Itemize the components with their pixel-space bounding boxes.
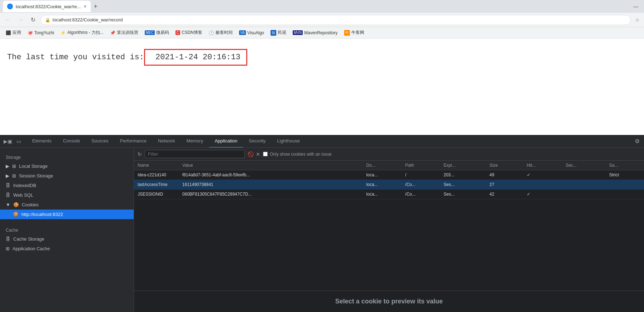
filter-bar: ↻ 🚫 ✕ Only show cookies with an issue — [134, 148, 644, 161]
sidebar-item-localhost[interactable]: 🍪 http://localhost:8322 — [0, 210, 134, 219]
bookmark-niuke[interactable]: 牛 牛客网 — [341, 29, 367, 36]
issue-filter-checkbox-label[interactable]: Only show cookies with an issue — [263, 152, 332, 157]
sidebar-item-cookies[interactable]: ▼ 🍪 Cookies — [0, 200, 134, 210]
bookmark-algorithms[interactable]: ⚡ Algorithms - 力扣... — [58, 29, 106, 36]
main-panel: ↻ 🚫 ✕ Only show cookies with an issue Na… — [134, 148, 644, 312]
sidebar-item-app-cache[interactable]: ⊞ Application Cache — [0, 244, 134, 253]
cell-name: Idea-c221d140 — [134, 170, 179, 180]
sidebar-item-indexeddb[interactable]: 🗄 IndexedDB — [0, 181, 134, 190]
issue-filter-checkbox[interactable] — [263, 152, 268, 156]
active-tab[interactable]: 🌐 localhost:8322/Cookie_war/re... × — [3, 1, 91, 12]
bookmark-geek[interactable]: 🕐 极客时间 — [206, 29, 236, 36]
tab-security[interactable]: Security — [243, 135, 271, 148]
col-header-http: Htt... — [523, 161, 562, 170]
refresh-cookies-button[interactable]: ↻ — [138, 151, 142, 157]
cell-expires: Ses... — [440, 180, 486, 190]
storage-section-title: Storage — [0, 152, 134, 161]
bookmark-apps[interactable]: ⬛ 应用 — [3, 29, 24, 36]
visit-time: 2021-1-24 20:16:13 — [144, 49, 247, 66]
cell-size: 27 — [486, 180, 523, 190]
sidebar-label: IndexedDB — [13, 183, 36, 188]
devtools-body: Storage ▶ ⊞ Local Storage ▶ ⊞ Session St… — [0, 148, 644, 312]
tab-network[interactable]: Network — [152, 135, 181, 148]
bookmark-label: VisuAlgo — [247, 30, 264, 35]
block-icon[interactable]: 🚫 — [248, 151, 254, 157]
cell-domain: loca... — [363, 170, 402, 180]
tab-close-button[interactable]: × — [84, 4, 86, 9]
refresh-button[interactable]: ↻ — [29, 15, 38, 25]
bookmark-tongyuzhi[interactable]: 🐙 TongYuzhi — [25, 30, 57, 36]
tab-lighthouse[interactable]: Lighthouse — [271, 135, 306, 148]
col-header-value: Value — [179, 161, 363, 170]
cell-expires: Ses... — [440, 190, 486, 199]
tab-elements[interactable]: Elements — [26, 135, 57, 148]
tab-bar: 🌐 localhost:8322/Cookie_war/re... × + — — [0, 0, 644, 13]
devtools-panel: ▶▣ ▭ Elements Console Sources Performanc… — [0, 135, 644, 312]
cell-http: ✓ — [523, 190, 562, 199]
forward-button[interactable]: → — [16, 15, 26, 25]
expand-arrow-icon: ▼ — [6, 202, 10, 207]
new-tab-button[interactable]: + — [92, 1, 99, 12]
bookmark-label: CSDN博客 — [182, 30, 202, 36]
cell-http: ✓ — [523, 170, 562, 180]
nav-bar: ← → ↻ 🔒 localhost:8322/Cookie_war/record… — [0, 13, 644, 27]
indexeddb-icon: 🗄 — [6, 183, 10, 188]
device-icon[interactable]: ▭ — [14, 136, 24, 146]
visit-message: The last time you visited is: 2021-1-24 … — [7, 53, 247, 62]
tab-application[interactable]: Application — [209, 135, 243, 148]
cell-value: 1611490738841 — [179, 180, 363, 190]
table-row[interactable]: JSESSIONID060BF81305C647F85C28947C7D...l… — [134, 190, 644, 199]
table-row[interactable]: lastAccessTime1611490738841loca.../Co...… — [134, 180, 644, 190]
sidebar-item-session-storage[interactable]: ▶ ⊞ Session Storage — [0, 171, 134, 181]
sidebar-item-web-sql[interactable]: 🗄 Web SQL — [0, 190, 134, 200]
cookie-table-wrap: Name Value Do... Path Expi... Size Htt..… — [134, 161, 644, 291]
tab-console[interactable]: Console — [57, 135, 86, 148]
tab-memory[interactable]: Memory — [181, 135, 209, 148]
niuke-icon: 牛 — [344, 30, 350, 36]
cell-size: 49 — [486, 170, 523, 180]
sidebar-item-cache-storage[interactable]: 🗄 Cache Storage — [0, 234, 134, 244]
col-header-name: Name — [134, 161, 179, 170]
bookmark-label: TongYuzhi — [34, 30, 54, 35]
github-icon: 🐙 — [28, 30, 33, 35]
bookmark-label: 牛客网 — [351, 30, 364, 36]
sidebar: Storage ▶ ⊞ Local Storage ▶ ⊞ Session St… — [0, 148, 134, 312]
cell-expires: 203... — [440, 170, 486, 180]
address-bar[interactable]: 🔒 localhost:8322/Cookie_war/record — [40, 15, 631, 25]
visualgo-icon: VA — [239, 30, 246, 35]
col-header-secure: Sec... — [562, 161, 606, 170]
cell-size: 42 — [486, 190, 523, 199]
expand-icon: ▶ — [6, 173, 9, 178]
devtools-tab-bar: ▶▣ ▭ Elements Console Sources Performanc… — [0, 135, 644, 148]
filter-input[interactable] — [145, 150, 245, 158]
bookmark-mec[interactable]: MEC 微易码 — [142, 29, 172, 36]
page-content: The last time you visited is: 2021-1-24 … — [0, 39, 644, 135]
issue-filter-label: Only show cookies with an issue — [270, 152, 332, 157]
bookmark-star-icon[interactable]: ☆ — [634, 16, 641, 24]
tab-performance[interactable]: Performance — [114, 135, 152, 148]
inspector-icon[interactable]: ▶▣ — [3, 136, 13, 146]
col-header-expires: Expi... — [440, 161, 486, 170]
settings-icon[interactable]: ⚙ — [630, 138, 644, 145]
expand-icon: ▶ — [6, 163, 9, 169]
cache-section-title: Cache — [0, 225, 134, 234]
back-button[interactable]: ← — [3, 15, 13, 25]
col-header-samesite: Sa... — [606, 161, 644, 170]
bookmark-csdn[interactable]: C CSDN博客 — [173, 29, 205, 36]
clear-filter-icon[interactable]: ✕ — [256, 151, 260, 157]
cell-domain: loca... — [363, 190, 402, 199]
bookmark-minyao[interactable]: 知 民谣 — [268, 29, 289, 36]
devtools-mode-icons: ▶▣ ▭ — [0, 136, 26, 146]
bookmark-algo-training[interactable]: 📌 算法训练营 — [107, 29, 141, 36]
tab-sources[interactable]: Sources — [86, 135, 114, 148]
sidebar-label: Web SQL — [13, 192, 33, 198]
app-cache-icon: ⊞ — [6, 246, 10, 251]
cell-value: f814a8d7-3651-4abf-aac8-59eefb... — [179, 170, 363, 180]
bookmark-maven[interactable]: MVN MavenRepository — [290, 30, 341, 36]
table-row[interactable]: Idea-c221d140f814a8d7-3651-4abf-aac8-59e… — [134, 170, 644, 180]
sidebar-label: Cookies — [22, 202, 39, 207]
sidebar-item-local-storage[interactable]: ▶ ⊞ Local Storage — [0, 161, 134, 171]
minimize-button[interactable]: — — [630, 2, 641, 11]
bookmark-visulalgo[interactable]: VA VisuAlgo — [236, 30, 267, 36]
bookmark-label: 算法训练营 — [117, 30, 138, 36]
